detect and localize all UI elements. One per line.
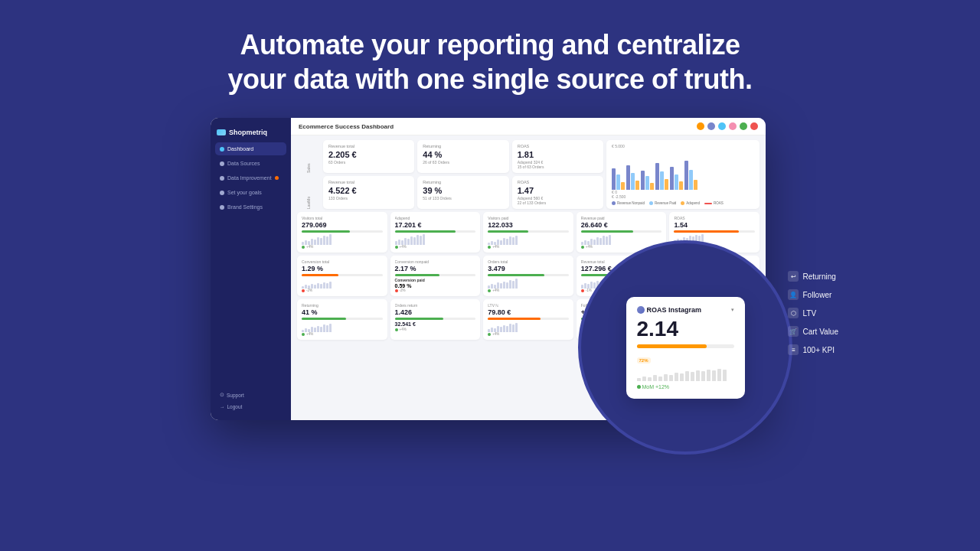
kpi-label: ROAS [518, 144, 598, 148]
kpi-label: Revenue total [328, 180, 409, 184]
metric-value: 41 % [302, 308, 383, 316]
chart-x-neg-label: € -2.500 [612, 194, 754, 199]
bar-revenue-nonpaid [670, 167, 674, 190]
kpi-label: Returning [423, 180, 503, 184]
bar-chart-card: € 5.000 [606, 140, 760, 209]
kpi-returning: Returning 44 % 26 of 63 Orders [417, 140, 508, 173]
metric-bar [302, 318, 346, 320]
metric-orders-total: Orders total 3.479 +4% [483, 256, 573, 296]
metric-bar [302, 230, 350, 233]
metric-bar [581, 230, 634, 233]
metric-value: 79.80 € [488, 308, 569, 316]
icon-circle-orange [697, 122, 704, 130]
metric-bar [395, 230, 456, 233]
metric-conv-nonpaid: Conversion nonpaid 2.17 % Conversion pai… [390, 256, 481, 296]
bar-adspend [635, 181, 639, 190]
metric-trend: +4% [488, 332, 569, 336]
cart-icon: 🛒 [788, 326, 799, 337]
chevron-down-icon: ▾ [731, 307, 734, 313]
bar-adspend [621, 182, 625, 190]
bar-group-6 [684, 161, 697, 190]
metric-ltv: LTV ℕ 79.80 € +4% [483, 299, 573, 340]
kpi-sub: Adspend 324 € 15 of 63 Orders [518, 160, 598, 169]
mom-dot [637, 385, 641, 389]
sidebar-bottom: ⊙Support →Logout [211, 389, 291, 412]
floating-labels: ↩ Returning 👤 Follower ⬡ LTV 🛒 Cart Valu… [788, 271, 838, 355]
metric-value: 3.479 [488, 265, 569, 272]
metric-label: Returning [302, 303, 383, 308]
kpi-roas: ROAS 1.81 Adspend 324 € 15 of 63 Orders [512, 140, 603, 173]
metric-orders-return: Orders return 1.426 32.541 € +4% [390, 299, 481, 340]
sidebar-support[interactable]: ⊙Support [215, 389, 286, 401]
kpi-top-section: Sales Revenue total 2.205 € 63 Orders Re… [297, 140, 760, 209]
kpi-label: Returning [423, 144, 503, 148]
circle-bg: ROAS Instagram ▾ 2.14 72% [578, 240, 792, 455]
legend-dot [649, 201, 653, 205]
kpi-returning-2: Returning 39 % 51 of 133 Orders [417, 176, 508, 209]
metric-bar [395, 274, 439, 276]
kpi-value: 44 % [423, 150, 503, 159]
kpi-icon: ≡ [788, 344, 799, 355]
kpi-sub: 63 Orders [328, 160, 409, 165]
row-label-sales: Sales [297, 140, 320, 173]
sparkline [395, 234, 476, 245]
metric-label: Revenue paid [581, 216, 662, 220]
bar-adspend [665, 179, 668, 190]
metric-label: Orders total [488, 259, 569, 264]
bar-revenue-nonpaid [684, 161, 688, 190]
sparkline [488, 234, 569, 245]
row-label-lastmonth: LastMo [297, 176, 320, 209]
metric-bar [302, 274, 338, 276]
logo-icon [217, 129, 226, 135]
returning-icon: ↩ [788, 271, 799, 282]
metric-trend: +4% [302, 332, 383, 336]
legend-line [704, 203, 712, 204]
roas-mom: MoM +12% [637, 384, 734, 390]
metric-label: Conversion total [302, 259, 383, 264]
kpi-sub: 51 of 133 Orders [423, 196, 503, 201]
floating-card-wrapper: ROAS Instagram ▾ 2.14 72% [570, 240, 777, 439]
bar-revenue-paid [660, 171, 664, 190]
sidebar-item-dashboard[interactable]: Dashboard [215, 142, 286, 155]
kpi-value: 4.522 € [328, 186, 409, 195]
kpi-value: 2.205 € [328, 150, 409, 159]
sidebar-item-goals[interactable]: Set your goals [215, 186, 286, 199]
metric-label: Orders return [395, 303, 476, 308]
kpi-row-2: LastMo Revenue total 4.522 € 133 Orders … [297, 176, 603, 209]
sidebar-item-dataimprovement[interactable]: Data Improvement [215, 171, 286, 184]
kpi-value: 39 % [423, 186, 503, 195]
metric-bar [395, 318, 443, 320]
roas-bar-section: 72% [637, 344, 734, 366]
bar-group-5 [670, 167, 683, 190]
bar-group-3 [641, 171, 654, 190]
sidebar-item-brandsettings[interactable]: Brand Settings [215, 201, 286, 214]
sparkline [302, 278, 383, 289]
metric-label: Adspend [395, 216, 476, 220]
metric-value: 279.069 [302, 221, 383, 229]
metric-value: 1.29 % [302, 265, 383, 272]
sidebar-item-datasources[interactable]: Data Sources [215, 157, 286, 170]
bar-revenue-nonpaid [626, 165, 630, 190]
roas-value: 2.14 [637, 318, 734, 340]
chart-y-label: € 5.000 [612, 144, 754, 148]
bar-revenue-paid [616, 174, 620, 190]
roas-icon [637, 306, 645, 314]
bar-revenue-nonpaid [641, 171, 645, 190]
bar-adspend [694, 180, 697, 190]
bar-revenue-nonpaid [655, 163, 659, 190]
metric-trend: +4% [395, 328, 476, 331]
legend-revenue-paid: Revenue Paid [649, 201, 676, 205]
metric-label: Visitors paid [488, 216, 569, 220]
sidebar-logout[interactable]: →Logout [215, 401, 286, 412]
bar-revenue-nonpaid [612, 168, 616, 190]
kpi-roas-2: ROAS 1.47 Adspend 560 € 22 of 133 Orders [512, 176, 603, 209]
kpi-value: 1.47 [518, 186, 598, 195]
dashboard-wrapper: Shopmetriq Dashboard Data Sources Data I… [211, 118, 769, 432]
bar-adspend [679, 181, 683, 190]
float-label-ltv: ⬡ LTV [788, 308, 838, 318]
metric-adspend: Adspend 17.201 € +4% [390, 212, 481, 253]
conv-paid-label: Conversion paid [395, 278, 476, 282]
bar-adspend [650, 183, 654, 190]
icon-circle-red [750, 122, 758, 130]
bar-group-2 [626, 165, 639, 190]
